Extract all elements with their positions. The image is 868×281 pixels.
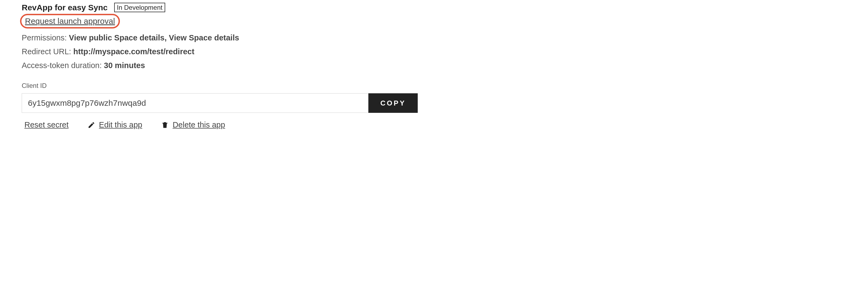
request-launch-wrap: Request launch approval	[22, 15, 118, 27]
client-id-input[interactable]	[22, 93, 368, 113]
redirect-value: http://myspace.com/test/redirect	[73, 47, 194, 56]
redirect-label: Redirect URL:	[22, 47, 71, 56]
edit-app-action[interactable]: Edit this app	[88, 120, 143, 129]
permissions-row: Permissions: View public Space details, …	[22, 33, 418, 42]
client-id-row: COPY	[22, 93, 418, 113]
permissions-value: View public Space details, View Space de…	[69, 33, 239, 42]
token-row: Access-token duration: 30 minutes	[22, 61, 418, 70]
request-launch-link[interactable]: Request launch approval	[25, 17, 115, 26]
token-label: Access-token duration:	[22, 61, 102, 70]
delete-app-link: Delete this app	[173, 120, 225, 129]
delete-app-action[interactable]: Delete this app	[161, 120, 225, 129]
permissions-label: Permissions:	[22, 33, 67, 42]
pencil-icon	[88, 121, 95, 129]
trash-icon	[161, 121, 169, 129]
copy-button[interactable]: COPY	[368, 93, 418, 113]
status-badge: In Development	[114, 3, 165, 12]
reset-secret-link: Reset secret	[24, 120, 69, 129]
app-header: RevApp for easy Sync In Development	[22, 3, 418, 12]
edit-app-link: Edit this app	[99, 120, 143, 129]
client-id-label: Client ID	[22, 82, 418, 90]
redirect-row: Redirect URL: http://myspace.com/test/re…	[22, 47, 418, 56]
app-title: RevApp for easy Sync	[22, 3, 108, 12]
actions-row: Reset secret Edit this app Delete this a…	[24, 120, 418, 129]
token-value: 30 minutes	[104, 61, 145, 70]
reset-secret-action[interactable]: Reset secret	[24, 120, 69, 129]
